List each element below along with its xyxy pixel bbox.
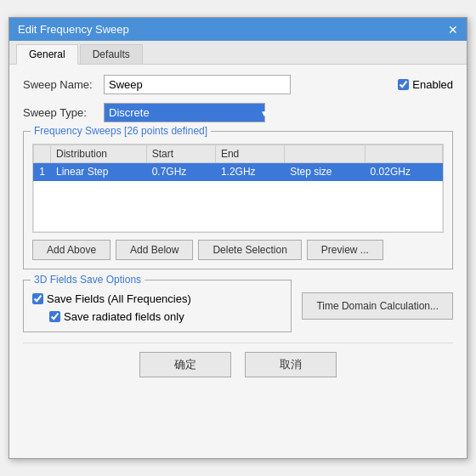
row-end: 1.2GHz xyxy=(215,163,284,181)
row-col5: Step size xyxy=(285,163,365,181)
time-domain-button[interactable]: Time Domain Calculation... xyxy=(302,292,453,320)
fields-3d-title: 3D Fields Save Options xyxy=(31,274,144,286)
save-radiated-row: Save radiated fields only xyxy=(49,310,282,323)
delete-selection-button[interactable]: Delete Selection xyxy=(198,240,301,260)
table-header: Distribution Start End xyxy=(34,145,443,163)
save-fields-checkbox[interactable] xyxy=(32,293,43,304)
ok-button[interactable]: 确定 xyxy=(139,352,231,377)
sweep-buttons-row: Add Above Add Below Delete Selection Pre… xyxy=(32,240,444,260)
col-end: End xyxy=(215,145,284,163)
col-6 xyxy=(365,145,442,163)
row-num: 1 xyxy=(34,163,51,181)
frequency-sweeps-table: Distribution Start End 1 Linear Step 0.7… xyxy=(33,144,443,232)
tab-bar: General Defaults xyxy=(9,41,467,65)
bottom-section: 3D Fields Save Options Save Fields (All … xyxy=(23,280,453,332)
col-num xyxy=(34,145,51,163)
frequency-sweeps-table-container: Distribution Start End 1 Linear Step 0.7… xyxy=(32,144,444,233)
enabled-checkbox[interactable] xyxy=(398,79,409,90)
table-empty-row xyxy=(34,181,443,232)
col-distribution: Distribution xyxy=(51,145,147,163)
dialog-content: Sweep Name: Enabled Sweep Type: Discrete… xyxy=(9,65,467,400)
tab-general[interactable]: General xyxy=(16,44,78,65)
row-distribution: Linear Step xyxy=(51,163,147,181)
enabled-checkbox-label[interactable]: Enabled xyxy=(398,78,453,91)
save-radiated-text: Save radiated fields only xyxy=(64,310,184,323)
fields-3d-group: 3D Fields Save Options Save Fields (All … xyxy=(23,280,292,332)
table-body: 1 Linear Step 0.7GHz 1.2GHz Step size 0.… xyxy=(34,163,443,232)
table-row[interactable]: 1 Linear Step 0.7GHz 1.2GHz Step size 0.… xyxy=(34,163,443,181)
frequency-sweeps-title: Frequency Sweeps [26 points defined] xyxy=(31,125,211,137)
save-fields-label[interactable]: Save Fields (All Frequencies) xyxy=(32,292,282,305)
edit-frequency-sweep-dialog: Edit Frequency Sweep ✕ General Defaults … xyxy=(8,17,468,459)
footer-buttons: 确定 取消 xyxy=(23,343,453,389)
sweep-name-input[interactable] xyxy=(104,75,291,94)
sweep-type-row: Sweep Type: Discrete Interpolating Fast xyxy=(23,103,453,122)
row-start: 0.7GHz xyxy=(146,163,215,181)
col-start: Start xyxy=(146,145,215,163)
sweep-name-row: Sweep Name: Enabled xyxy=(23,75,453,94)
enabled-label: Enabled xyxy=(412,78,453,91)
save-radiated-checkbox[interactable] xyxy=(49,311,60,322)
empty-cell xyxy=(34,181,443,232)
sweep-type-label: Sweep Type: xyxy=(23,106,104,119)
cancel-button[interactable]: 取消 xyxy=(245,352,337,377)
close-button[interactable]: ✕ xyxy=(448,24,458,36)
sweep-type-wrapper: Discrete Interpolating Fast xyxy=(104,103,274,122)
dialog-title: Edit Frequency Sweep xyxy=(18,23,129,36)
col-5 xyxy=(285,145,365,163)
row-col6: 0.02GHz xyxy=(365,163,442,181)
add-below-button[interactable]: Add Below xyxy=(116,240,193,260)
frequency-sweeps-group: Frequency Sweeps [26 points defined] Dis… xyxy=(23,131,453,269)
save-fields-text: Save Fields (All Frequencies) xyxy=(47,292,191,305)
enabled-row: Enabled xyxy=(398,78,453,91)
add-above-button[interactable]: Add Above xyxy=(32,240,110,260)
save-fields-row: Save Fields (All Frequencies) xyxy=(32,292,282,305)
title-bar: Edit Frequency Sweep ✕ xyxy=(9,18,467,41)
sweep-type-select[interactable]: Discrete Interpolating Fast xyxy=(104,103,265,122)
tab-defaults[interactable]: Defaults xyxy=(80,44,143,64)
preview-button[interactable]: Preview ... xyxy=(307,240,383,260)
save-radiated-label[interactable]: Save radiated fields only xyxy=(49,310,282,323)
sweep-name-label: Sweep Name: xyxy=(23,78,104,91)
